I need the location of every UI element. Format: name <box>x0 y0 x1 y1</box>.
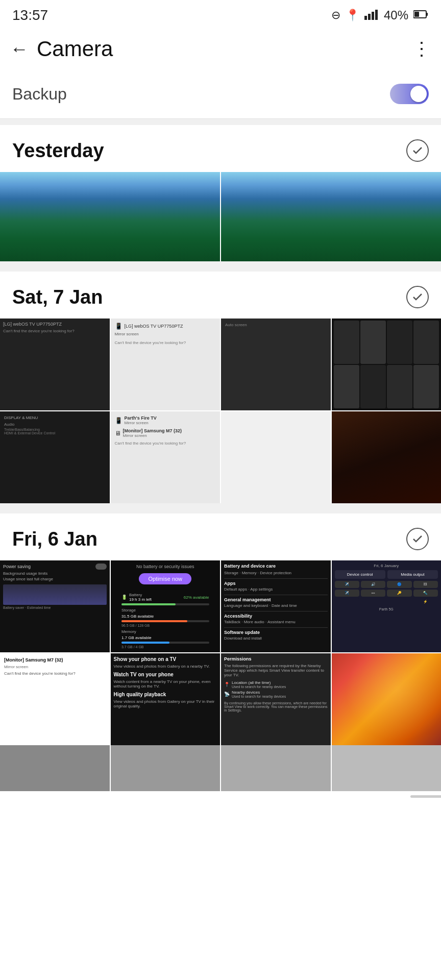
fri6-photo-2[interactable]: No battery or security issues Optimise n… <box>111 560 220 652</box>
backup-toggle[interactable] <box>390 84 429 104</box>
sat7-photo-grid: [LG] webOS TV UP7750PTZ Can't find the d… <box>0 318 441 503</box>
yesterday-photo-grid <box>0 172 441 261</box>
section-header-fri6: Fri, 6 Jan <box>0 513 441 560</box>
location-icon: 📍 <box>346 9 359 22</box>
check-circle-sat7[interactable] <box>406 286 429 308</box>
photo-mountain-2[interactable] <box>221 172 441 261</box>
fri6-photo-3[interactable]: Battery and device care Storage · Memory… <box>221 560 331 652</box>
top-bar: ← Camera ⋮ <box>0 29 441 69</box>
fri6-partial-grid <box>0 745 441 791</box>
check-circle-yesterday[interactable] <box>406 139 429 162</box>
fri6-photo-grid: Power saving Background usage limits Usa… <box>0 560 441 745</box>
fri6-photo-6[interactable]: Show your phone on a TV View videos and … <box>111 653 220 745</box>
svg-rect-2 <box>372 12 374 20</box>
bottom-nav-indicator <box>410 795 441 798</box>
battery-icon <box>413 8 429 22</box>
fri6-partial-1[interactable] <box>0 745 110 791</box>
sat7-photo-6[interactable]: 📱 Parth's Fire TV Mirror screen 🖥 [Monit… <box>111 411 220 503</box>
top-bar-left: ← Camera <box>10 37 113 61</box>
sat7-photo-5[interactable]: DISPLAY & MENU Audio Treble/Bass/Balanci… <box>0 411 110 503</box>
fri6-partial-3[interactable] <box>221 745 331 791</box>
toggle-knob <box>410 86 427 102</box>
section-title-yesterday: Yesterday <box>12 140 104 162</box>
sat7-photo-3[interactable]: Auto screen <box>221 318 331 410</box>
sat7-photo-4[interactable] <box>332 318 442 410</box>
backup-label: Backup <box>12 85 67 104</box>
background-usage-label: Background usage limits <box>3 571 107 576</box>
svg-rect-6 <box>414 12 419 17</box>
sat7-photo-8[interactable] <box>332 411 442 503</box>
more-options-button[interactable]: ⋮ <box>412 38 431 60</box>
signal-icon <box>364 9 379 22</box>
fri6-partial-2[interactable] <box>111 745 220 791</box>
back-button[interactable]: ← <box>10 38 29 60</box>
status-icons: ⊖ 📍 40% <box>331 8 429 22</box>
svg-rect-1 <box>368 14 371 20</box>
backup-row: Backup <box>0 69 441 119</box>
fri6-partial-4[interactable] <box>332 745 442 791</box>
check-circle-fri6[interactable] <box>406 528 429 550</box>
section-header-sat7: Sat, 7 Jan <box>0 272 441 318</box>
svg-rect-3 <box>375 10 378 20</box>
page-title: Camera <box>37 37 113 61</box>
photo-mountain-1[interactable] <box>0 172 220 261</box>
fri6-photo-8[interactable] <box>332 653 442 745</box>
fri6-photo-7[interactable]: Permissions The following permissions ar… <box>221 653 331 745</box>
sat7-photo-2[interactable]: 📱 [LG] webOS TV UP7750PTZ Mirror screen … <box>111 318 220 410</box>
fri6-photo-5[interactable]: [Monitor] Samsung M7 (32) Mirror screen … <box>0 653 110 745</box>
section-title-sat7: Sat, 7 Jan <box>12 286 103 308</box>
svg-rect-5 <box>426 13 428 16</box>
battery-text: 40% <box>384 8 408 22</box>
sat7-photo-7[interactable] <box>221 411 331 503</box>
section-header-yesterday: Yesterday <box>0 125 441 172</box>
svg-rect-0 <box>364 16 367 20</box>
sat7-photo-1[interactable]: [LG] webOS TV UP7750PTZ Can't find the d… <box>0 318 110 410</box>
dnd-icon: ⊖ <box>331 9 340 22</box>
status-bar: 13:57 ⊖ 📍 40% <box>0 0 441 29</box>
fri6-photo-4[interactable]: Fri, 6 January Device control Media outp… <box>332 560 442 652</box>
fri6-photo-1[interactable]: Power saving Background usage limits Usa… <box>0 560 110 652</box>
usage-since-label: Usage since last full charge <box>3 577 107 581</box>
status-time: 13:57 <box>12 7 48 23</box>
section-title-fri6: Fri, 6 Jan <box>12 528 97 550</box>
